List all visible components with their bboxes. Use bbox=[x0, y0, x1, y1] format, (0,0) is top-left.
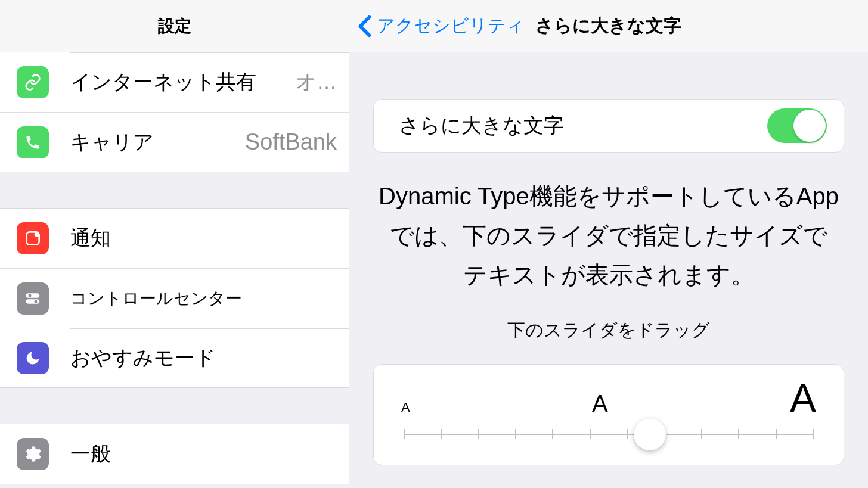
sidebar-item-general[interactable]: 一般 bbox=[0, 424, 349, 484]
slider-hint: 下のスライダをドラッグ bbox=[373, 318, 844, 343]
slider-tick bbox=[404, 429, 405, 439]
item-value: SoftBank bbox=[160, 129, 337, 155]
toggle-switch[interactable] bbox=[767, 108, 827, 143]
back-label: アクセシビリティ bbox=[377, 14, 525, 38]
slider-tick bbox=[701, 429, 702, 439]
svg-point-5 bbox=[35, 300, 38, 303]
slider-label-small: A bbox=[401, 400, 410, 415]
slider-labels: A A A bbox=[398, 375, 820, 423]
toggle-knob bbox=[793, 110, 826, 142]
moon-icon bbox=[17, 342, 49, 374]
item-label: キャリア bbox=[70, 129, 154, 156]
svg-rect-2 bbox=[26, 293, 40, 298]
sidebar-item-internet-sharing[interactable]: インターネット共有 オ… bbox=[0, 52, 349, 112]
sidebar-content: インターネット共有 オ… キャリア SoftBank 通知 bbox=[0, 52, 349, 488]
link-icon bbox=[17, 66, 49, 98]
toggle-icon bbox=[17, 282, 49, 315]
notification-icon bbox=[17, 222, 49, 254]
text-size-slider[interactable] bbox=[398, 423, 820, 447]
gear-icon bbox=[17, 438, 49, 470]
sidebar-item-notifications[interactable]: 通知 bbox=[0, 209, 349, 268]
dynamic-type-description: Dynamic Type機能をサポートしているAppでは、下のスライダで指定した… bbox=[378, 176, 839, 294]
sidebar-header: 設定 bbox=[0, 0, 349, 52]
sidebar-group-notifications: 通知 コントロールセンター おやすみモード bbox=[0, 208, 349, 388]
item-value: オ… bbox=[262, 69, 337, 96]
svg-rect-4 bbox=[26, 299, 40, 304]
sidebar-item-control-center[interactable]: コントロールセンター bbox=[0, 268, 349, 328]
svg-point-1 bbox=[35, 232, 39, 237]
item-label: 通知 bbox=[70, 225, 111, 252]
detail-title: さらに大きな文字 bbox=[535, 14, 681, 38]
text-size-slider-card: A A A bbox=[373, 364, 844, 465]
slider-tick bbox=[627, 429, 628, 439]
slider-tick bbox=[441, 429, 442, 439]
slider-tick bbox=[478, 429, 479, 439]
settings-sidebar: 設定 インターネット共有 オ… キャリア SoftBank bbox=[0, 0, 349, 488]
item-label: インターネット共有 bbox=[70, 69, 256, 96]
svg-point-3 bbox=[29, 294, 32, 297]
chevron-left-icon bbox=[358, 15, 372, 38]
item-label: コントロールセンター bbox=[70, 287, 242, 310]
sidebar-title: 設定 bbox=[158, 15, 191, 38]
slider-tick bbox=[552, 429, 553, 439]
slider-knob[interactable] bbox=[634, 418, 666, 450]
phone-icon bbox=[17, 126, 49, 158]
slider-label-large: A bbox=[790, 375, 816, 421]
sidebar-group-general: 一般 bbox=[0, 424, 349, 484]
item-label: 一般 bbox=[70, 440, 111, 468]
slider-tick bbox=[515, 429, 516, 439]
sidebar-item-carrier[interactable]: キャリア SoftBank bbox=[0, 112, 349, 172]
slider-tick bbox=[813, 429, 814, 439]
slider-tick bbox=[590, 429, 591, 439]
slider-tick bbox=[776, 429, 777, 439]
slider-tick bbox=[738, 429, 739, 439]
slider-ticks bbox=[404, 429, 814, 440]
back-button[interactable]: アクセシビリティ bbox=[349, 14, 525, 38]
detail-panel: アクセシビリティ さらに大きな文字 さらに大きな文字 Dynamic Type機… bbox=[349, 0, 868, 488]
item-label: おやすみモード bbox=[70, 344, 216, 372]
sidebar-item-do-not-disturb[interactable]: おやすみモード bbox=[0, 328, 349, 387]
slider-label-mid: A bbox=[592, 390, 608, 417]
detail-body: さらに大きな文字 Dynamic Type機能をサポートしているAppでは、下の… bbox=[349, 52, 868, 488]
larger-text-toggle-row[interactable]: さらに大きな文字 bbox=[373, 99, 844, 153]
detail-header: アクセシビリティ さらに大きな文字 bbox=[349, 0, 868, 52]
sidebar-group-network: インターネット共有 オ… キャリア SoftBank bbox=[0, 52, 349, 172]
toggle-label: さらに大きな文字 bbox=[399, 112, 564, 139]
